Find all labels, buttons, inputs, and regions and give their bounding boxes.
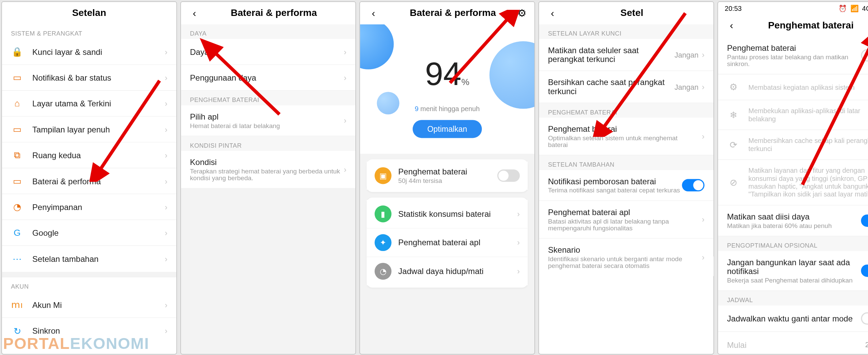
row-greyed: ⟳Membersihkan cache setiap kali perangka…	[718, 130, 868, 160]
back-icon[interactable]: ‹	[726, 20, 737, 31]
item-label: Notifikasi & bar status	[32, 73, 161, 82]
section-header: KONDISI PINTAR	[181, 136, 356, 151]
item-icon: ▭	[11, 124, 23, 135]
battery-eta: 9 menit hingga penuh	[415, 105, 480, 112]
schedule-toggle[interactable]	[861, 312, 868, 325]
list-item[interactable]: ⋯Setelan tambahan›	[2, 246, 177, 272]
signal-icon: 📶	[850, 5, 859, 13]
list-item[interactable]: ▭Notifikasi & bar status›	[2, 65, 177, 91]
item-icon: ◔	[11, 202, 23, 212]
item-label: Ruang kedua	[32, 151, 161, 160]
gear-icon: ⚙	[727, 82, 739, 92]
row-matikan-data[interactable]: Matikan data seluler saat perangkat terk…	[539, 39, 714, 71]
row-mulai: Mulai23:00	[718, 332, 868, 354]
saver-toggle[interactable]	[497, 169, 520, 182]
notif-toggle[interactable]	[682, 179, 704, 192]
chevron-right-icon: ›	[517, 209, 520, 218]
item-label: Baterai & performa	[32, 176, 161, 186]
row-matikan-diisi[interactable]: Matikan saat diisi dayaMatikan jika bate…	[718, 206, 868, 236]
chevron-right-icon: ›	[165, 99, 167, 108]
section-header: PENGHEMAT BATERAI	[181, 91, 356, 105]
item-label: Penyimpanan	[32, 202, 161, 211]
gear-icon[interactable]: ⚙	[517, 7, 527, 20]
item-label: Layar utama & Terkini	[32, 99, 161, 108]
network-label: 4G	[862, 5, 868, 13]
clock-icon: ◔	[375, 263, 392, 280]
chevron-right-icon: ›	[517, 267, 520, 276]
list-item[interactable]: GGoogle›	[2, 220, 177, 246]
page-title: Setel	[558, 7, 706, 19]
page-title: Setelan	[10, 7, 169, 19]
section-header: JADWAL	[718, 291, 868, 306]
stats-icon: ▮	[375, 206, 392, 223]
chevron-right-icon: ›	[165, 176, 167, 186]
row-penghemat-master[interactable]: Penghemat bateraiPantau proses latar bel…	[718, 37, 868, 75]
watermark: PORTALEKONOMI	[3, 335, 149, 353]
chevron-right-icon: ›	[344, 47, 347, 56]
optimize-button[interactable]: Optimalkan	[413, 120, 482, 138]
row-penghemat-baterai[interactable]: ▣ Penghemat baterai50j 44m tersisa	[367, 162, 528, 190]
row-pilih-apl[interactable]: Pilih aplHemat baterai di latar belakang…	[181, 105, 356, 136]
back-icon[interactable]: ‹	[547, 7, 558, 19]
section-header: DAYA	[181, 24, 356, 39]
chevron-right-icon: ›	[702, 215, 705, 224]
row-greyed: ❄Membekukan aplikasi-aplikasi di latar b…	[718, 100, 868, 130]
chevron-right-icon: ›	[344, 116, 347, 125]
chevron-right-icon: ›	[165, 326, 167, 335]
page-title: Penghemat baterai	[737, 20, 868, 31]
row-penggunaan-daya[interactable]: Penggunaan daya›	[181, 65, 356, 91]
item-icon: ⧉	[11, 150, 23, 160]
page-title: Baterai & performa	[200, 7, 348, 19]
section-header: SETELAN LAYAR KUNCI	[539, 24, 714, 39]
chevron-right-icon: ›	[165, 228, 167, 237]
page-title: Baterai & performa	[379, 7, 527, 19]
item-icon: ⋯	[11, 254, 23, 265]
row-statistik[interactable]: ▮ Statistik konsumsi baterai›	[367, 200, 528, 229]
chevron-right-icon: ›	[165, 47, 167, 56]
list-item[interactable]: ⌂Layar utama & Terkini›	[2, 91, 177, 117]
row-notif-boros[interactable]: Notifikasi pemborosan bateraiTerima noti…	[539, 170, 714, 201]
list-item[interactable]: 🔒Kunci layar & sandi›	[2, 39, 177, 65]
chevron-right-icon: ›	[517, 238, 520, 247]
row-jadwalkan[interactable]: Jadwalkan waktu ganti antar mode	[718, 306, 868, 332]
back-icon[interactable]: ‹	[368, 7, 379, 19]
list-item[interactable]: ▭Baterai & performa›	[2, 168, 177, 194]
wake-toggle[interactable]	[861, 265, 868, 277]
back-icon[interactable]: ‹	[189, 7, 200, 19]
row-skenario[interactable]: SkenarioIdentifikasi skenario untuk berg…	[539, 239, 714, 276]
list-item[interactable]: ▭Tampilan layar penuh›	[2, 117, 177, 142]
item-label: Akun Mi	[32, 300, 161, 309]
chevron-right-icon: ›	[344, 73, 347, 82]
snowflake-icon: ❄	[727, 110, 739, 121]
item-label: Sinkron	[32, 326, 161, 335]
row-penghemat-apl[interactable]: ✦ Penghemat baterai apl›	[367, 229, 528, 257]
item-icon: G	[11, 228, 23, 238]
battery-saver-icon: ▣	[375, 167, 392, 184]
alarm-icon: ⏰	[839, 5, 847, 13]
section-header: SETELAN TAMBAHAN	[539, 155, 714, 170]
section-header: AKUN	[2, 277, 177, 292]
chevron-right-icon: ›	[702, 82, 705, 91]
item-label: Google	[32, 228, 161, 237]
row-kondisi[interactable]: KondisiTerapkan strategi hemat baterai y…	[181, 151, 356, 189]
chevron-right-icon: ›	[165, 151, 167, 160]
row-daya[interactable]: Daya›	[181, 39, 356, 65]
row-penghemat-apl[interactable]: Penghemat baterai aplBatasi aktivitas ap…	[539, 201, 714, 238]
broom-icon: ⟳	[727, 140, 739, 150]
chevron-right-icon: ›	[344, 165, 347, 174]
row-jadwal-daya[interactable]: ◔ Jadwal daya hidup/mati›	[367, 257, 528, 285]
list-item[interactable]: ◔Penyimpanan›	[2, 194, 177, 220]
row-jangan-bangunkan[interactable]: Jangan bangunkan layar saat ada notifika…	[718, 251, 868, 291]
row-bersihkan-cache[interactable]: Bersihkan cache saat perangkat terkunciJ…	[539, 71, 714, 103]
master-toggle[interactable]	[861, 49, 868, 62]
row-greyed: ⚙Membatasi kegiatan aplikasi sistem	[718, 75, 868, 100]
section-header: PENGHEMAT BATERAI	[539, 103, 714, 118]
list-item[interactable]: ⅿıAkun Mi›	[2, 292, 177, 318]
section-header: PENGOPTIMALAN OPSIONAL	[718, 236, 868, 251]
item-label: Tampilan layar penuh	[32, 125, 161, 134]
chevron-right-icon: ›	[165, 300, 167, 309]
row-penghemat-baterai[interactable]: Penghemat bateraiOptimalkan setelan sist…	[539, 118, 714, 155]
list-item[interactable]: ⧉Ruang kedua›	[2, 143, 177, 168]
battery-percent: 94%	[425, 55, 470, 92]
charge-toggle[interactable]	[861, 214, 868, 227]
